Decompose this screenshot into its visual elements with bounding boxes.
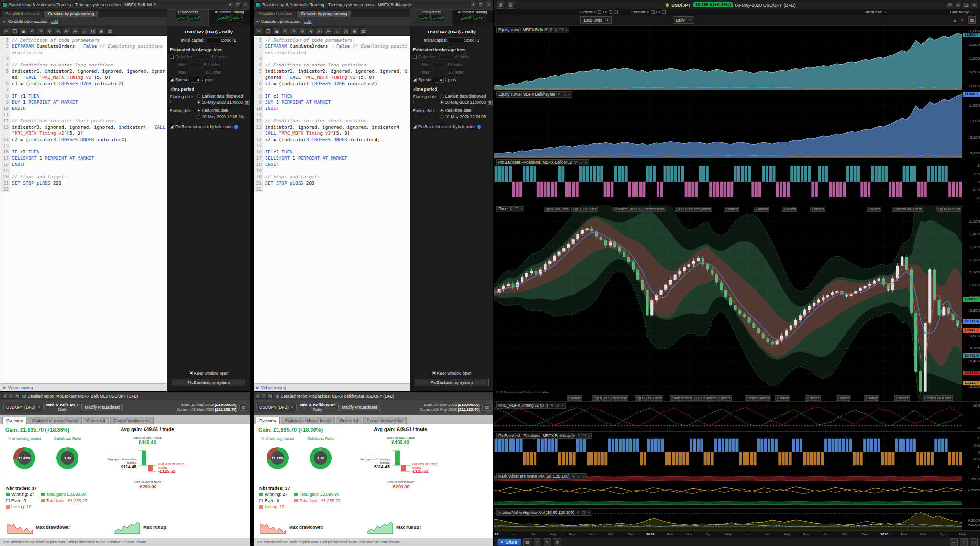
code-editor[interactable]: 1// Definition of code parameters2DEFPAR…: [0, 36, 167, 383]
sell-icon[interactable]: ▼: [960, 18, 964, 22]
settings-icon[interactable]: ⚙: [947, 2, 953, 8]
magnifier-icon[interactable]: ⚲: [572, 474, 575, 479]
order-marker[interactable]: 1,121.8 3.5 ders orders: [675, 207, 712, 212]
close-icon[interactable]: ×: [243, 2, 248, 7]
panel-close-icon[interactable]: ×: [585, 160, 587, 165]
order-marker[interactable]: 2 orders: [724, 207, 739, 212]
paste-icon[interactable]: ▣: [20, 27, 27, 35]
report-tab-closed-positions-list[interactable]: Closed positions list: [363, 417, 407, 424]
code-line[interactable]: 7: [0, 87, 167, 93]
code-line[interactable]: 5indicator1, indicator2, ignored, ignore…: [0, 68, 167, 80]
code-line[interactable]: 11: [254, 111, 410, 118]
spread-stepper[interactable]: ▲▼: [202, 78, 204, 82]
order-marker[interactable]: 1@11,366.3 ders: [635, 395, 663, 401]
minimize-icon[interactable]: –: [955, 2, 961, 8]
maximize-icon[interactable]: ▢: [235, 2, 241, 7]
order-marker[interactable]: 2 orders: [754, 207, 769, 212]
panel-close-icon[interactable]: ×: [521, 207, 523, 212]
code-line[interactable]: 11: [0, 111, 167, 118]
order-marker[interactable]: 2 orders: [864, 395, 880, 401]
panel-window-icon[interactable]: ❐: [556, 403, 559, 408]
panel-window-icon[interactable]: ❐: [582, 510, 585, 515]
info-icon[interactable]: i: [234, 125, 238, 129]
code-line[interactable]: 2DEFPARAM CumulateOrders = False // Cumu…: [0, 43, 167, 55]
code-line[interactable]: 9BUY 1 PERPOINT AT MARKET: [0, 99, 167, 105]
close-icon[interactable]: ×: [2, 394, 7, 399]
calendar-icon[interactable]: ▦: [488, 100, 493, 105]
min-fee-input[interactable]: [432, 62, 446, 67]
code-line[interactable]: 8IF c1 THEN: [254, 93, 410, 99]
font-decrease-icon[interactable]: A-: [325, 27, 333, 35]
instrument-select[interactable]: USD/JPY (DFB) ▼: [3, 404, 44, 411]
window-titlebar[interactable]: Backtesting & Automatic Trading - Tradin…: [254, 0, 493, 9]
code-line[interactable]: 12// Conditions to enter short positions: [254, 118, 410, 124]
panel-close-icon[interactable]: ×: [568, 92, 570, 97]
cut-icon[interactable]: ✂: [2, 27, 10, 35]
magnifier-icon[interactable]: ⚲: [574, 160, 577, 165]
code-editor[interactable]: 1// Definition of code parameters2DEFPAR…: [254, 36, 410, 383]
insert-function-icon[interactable]: ƒx: [89, 27, 97, 35]
initial-capital-input[interactable]: [449, 37, 476, 43]
redo-icon[interactable]: ↷: [290, 27, 298, 35]
panel-title[interactable]: Mark Whistler's Wave PM (20 1.25 100)⚲❐×: [496, 473, 587, 480]
code-line[interactable]: 13indicator3, ignored, ignored, ignored,…: [0, 124, 167, 136]
code-line[interactable]: 16IF c2 THEN: [0, 149, 167, 155]
order-marker[interactable]: 1@11,167.2 ders ders: [592, 395, 628, 401]
buy-order-icon[interactable]: [598, 10, 601, 14]
code-line[interactable]: 17SELLSHORT 1 PERPOINT AT MARKET: [254, 155, 410, 161]
panel-window-icon[interactable]: ❐: [577, 474, 580, 479]
font-increase-icon[interactable]: A+: [63, 27, 71, 35]
panel-window-icon[interactable]: ❐: [515, 207, 518, 212]
panel-title[interactable]: ProBacktest - Positions: MBFX Belkhayate…: [496, 433, 592, 439]
realtime-date-radio[interactable]: [440, 109, 444, 112]
end-date-radio[interactable]: [440, 115, 444, 119]
spread-checkbox[interactable]: [170, 78, 174, 82]
order-marker[interactable]: 2 orders l64.5 ders: [892, 207, 923, 212]
draw-icon[interactable]: ✎: [544, 538, 551, 546]
report-tab-overview[interactable]: Overview: [256, 417, 280, 424]
font-decrease-icon[interactable]: A-: [72, 27, 79, 35]
pin-icon[interactable]: ▾: [470, 2, 476, 7]
varopt-add-link[interactable]: add: [304, 19, 311, 24]
panel-close-icon[interactable]: ×: [588, 433, 590, 438]
order-fee-checkbox[interactable]: [170, 55, 174, 59]
magnifier-icon[interactable]: ⚲: [578, 433, 580, 438]
realtime-date-radio[interactable]: [197, 109, 200, 112]
code-line[interactable]: 21SET STOP pLOSS 200: [0, 180, 167, 186]
report-titlebar[interactable]: × – ▢ ▤ Detailed report ProBacktest MBFX…: [254, 392, 493, 400]
report-titlebar[interactable]: × – ▢ ▤ Detailed report ProBacktest MBFX…: [0, 392, 250, 400]
minimize-icon[interactable]: –: [262, 394, 267, 399]
tick-mode-checkbox[interactable]: [413, 125, 417, 129]
initial-capital-input[interactable]: [206, 37, 233, 43]
instrument-select[interactable]: USD/JPY (DFB) ▼: [256, 404, 297, 411]
panel-close-icon[interactable]: ×: [587, 510, 589, 515]
tab-simplified-creation[interactable]: Simplified creation: [255, 10, 296, 17]
order-marker[interactable]: 2 orders: [567, 395, 582, 401]
spread-checkbox[interactable]: [413, 78, 417, 82]
modify-probacktest-button[interactable]: Modify ProBacktest: [81, 404, 123, 411]
chart-type-icon[interactable]: ▦: [523, 538, 531, 546]
price-panel[interactable]: 11,50011,40011,30011,20011,10011,00010,9…: [494, 205, 980, 401]
buy-icon[interactable]: ▲: [953, 18, 957, 22]
redo-icon[interactable]: ↷: [37, 27, 45, 35]
indicators-icon[interactable]: ƒ: [534, 538, 541, 546]
undo-icon[interactable]: ↶: [281, 27, 289, 35]
chevron-down-icon[interactable]: ▾: [256, 20, 258, 24]
short-position-icon[interactable]: [662, 10, 666, 14]
maximize-icon[interactable]: ▢: [478, 2, 484, 7]
panel-window-icon[interactable]: ❐: [579, 160, 583, 165]
zoom-out-icon[interactable]: −: [950, 538, 958, 546]
tick-mode-checkbox[interactable]: [170, 125, 174, 129]
alert-icon[interactable]: [666, 3, 669, 7]
code-line[interactable]: 19: [0, 167, 167, 174]
code-line[interactable]: 22: [0, 186, 167, 192]
code-line[interactable]: 12// Conditions to enter short positions: [0, 118, 167, 124]
magnifier-icon[interactable]: ⚲: [555, 27, 557, 33]
close-icon[interactable]: ×: [486, 2, 491, 7]
order-marker[interactable]: 2 orders ,363.9 s: [613, 207, 642, 212]
fullscreen-icon[interactable]: ▢: [970, 538, 978, 546]
code-line[interactable]: 4// Conditions to enter long positions: [0, 62, 167, 68]
settings-icon[interactable]: ⚙: [554, 538, 561, 546]
order-marker[interactable]: 2 orders: [836, 395, 851, 401]
positions-belkhayate-panel[interactable]: 10.50-0.5-1ProBacktest - Positions: MBFX…: [494, 431, 980, 472]
